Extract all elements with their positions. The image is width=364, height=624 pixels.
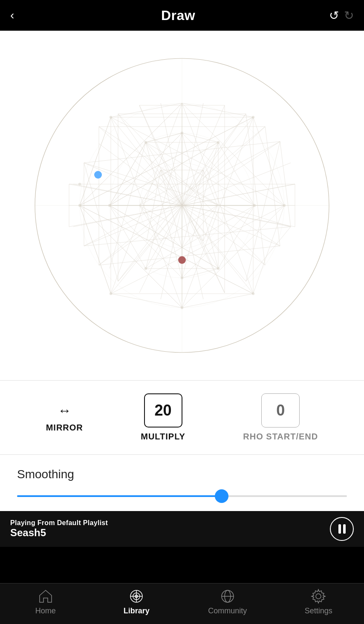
tab-home[interactable]: Home: [24, 589, 67, 615]
controls-area: ↔ MIRROR 20 MULTIPLY 0 RHO START/END Smo…: [0, 380, 364, 511]
svg-point-154: [144, 141, 147, 144]
svg-line-32: [139, 170, 161, 205]
svg-point-150: [181, 132, 183, 134]
svg-line-25: [84, 205, 182, 246]
svg-line-114: [182, 294, 253, 308]
svg-line-133: [84, 227, 291, 246]
rho-control[interactable]: 0 RHO START/END: [243, 393, 318, 442]
smoothing-slider-track: [17, 495, 347, 497]
svg-line-112: [111, 205, 284, 294]
svg-point-155: [217, 141, 220, 144]
svg-line-117: [111, 294, 182, 308]
header: ‹ Draw ↺ ↻: [0, 0, 364, 31]
svg-line-22: [139, 205, 182, 293]
smoothing-section: Smoothing: [0, 455, 364, 511]
controls-row: ↔ MIRROR 20 MULTIPLY 0 RHO START/END: [0, 380, 364, 455]
multiply-control[interactable]: 20 MULTIPLY: [141, 393, 185, 442]
now-playing-subtitle: Playing From Default Playlist: [10, 519, 108, 527]
svg-line-110: [253, 205, 284, 294]
svg-line-70: [110, 133, 182, 205]
now-playing-bar: Playing From Default Playlist Seash5: [0, 511, 364, 547]
svg-line-1: [99, 127, 182, 205]
svg-point-156: [217, 267, 220, 270]
mirror-icon: ↔: [58, 403, 71, 419]
undo-button[interactable]: ↺: [329, 9, 339, 23]
tab-community-label: Community: [208, 607, 247, 615]
drawing-point-blue: [94, 171, 102, 179]
svg-point-158: [110, 116, 112, 118]
svg-line-125: [99, 246, 280, 265]
smoothing-slider-thumb[interactable]: [215, 489, 228, 503]
svg-point-162: [181, 306, 183, 309]
svg-line-116: [80, 205, 253, 294]
svg-point-152: [108, 204, 111, 207]
multiply-label: MULTIPLY: [141, 432, 185, 442]
tab-community[interactable]: Community: [206, 589, 249, 615]
tab-library-label: Library: [124, 607, 150, 615]
tab-bar: Home Library Community Settings: [0, 583, 364, 624]
rho-value: 0: [276, 402, 285, 419]
drawing-canvas[interactable]: /* This is decorative - handled below vi…: [0, 31, 364, 380]
now-playing-title: Seash5: [10, 527, 108, 539]
svg-line-119: [80, 205, 111, 294]
drawing-point-red: [178, 256, 186, 264]
pause-bar-right: [343, 524, 346, 534]
svg-line-17: [182, 205, 246, 281]
back-button[interactable]: ‹: [10, 9, 27, 22]
pause-icon: [338, 524, 346, 534]
svg-point-174: [316, 594, 321, 599]
now-playing-info: Playing From Default Playlist Seash5: [10, 519, 108, 539]
rho-box[interactable]: 0: [261, 393, 300, 428]
smoothing-title: Smoothing: [17, 468, 347, 481]
pause-bar-left: [338, 524, 341, 534]
settings-icon: [311, 589, 326, 604]
svg-line-19: [182, 205, 203, 299]
tab-home-label: Home: [35, 607, 56, 615]
mirror-control[interactable]: ↔ MIRROR: [46, 403, 83, 433]
tab-library[interactable]: Library: [115, 589, 158, 615]
svg-point-160: [283, 204, 286, 207]
page-title: Draw: [161, 8, 195, 23]
tab-settings[interactable]: Settings: [297, 589, 340, 615]
svg-line-23: [118, 205, 182, 281]
community-icon: [220, 589, 235, 604]
header-actions: ↺ ↻: [329, 9, 354, 23]
smoothing-slider-fill: [17, 495, 222, 497]
multiply-box[interactable]: 20: [144, 393, 182, 428]
svg-point-163: [110, 292, 112, 295]
multiply-value: 20: [155, 402, 172, 419]
svg-line-56: [110, 205, 182, 278]
rho-label: RHO START/END: [243, 432, 318, 442]
pause-button[interactable]: [330, 517, 354, 541]
redo-button[interactable]: ↻: [344, 9, 354, 23]
svg-line-98: [80, 117, 111, 205]
svg-point-165: [78, 183, 81, 185]
tab-settings-label: Settings: [305, 607, 332, 615]
smoothing-slider-container[interactable]: [17, 490, 347, 503]
svg-line-21: [161, 205, 182, 299]
mandala-svg: /* This is decorative - handled below vi…: [24, 48, 340, 363]
svg-point-151: [181, 277, 183, 279]
svg-point-161: [252, 292, 254, 295]
svg-line-15: [182, 205, 280, 246]
svg-line-105: [253, 117, 284, 205]
svg-point-153: [253, 204, 256, 207]
svg-point-157: [144, 267, 147, 270]
library-icon: [129, 589, 144, 604]
home-icon: [38, 589, 53, 604]
svg-point-159: [252, 116, 254, 118]
svg-point-164: [78, 204, 81, 207]
svg-line-36: [139, 205, 203, 241]
mirror-label: MIRROR: [46, 423, 83, 433]
svg-line-127: [84, 163, 291, 227]
